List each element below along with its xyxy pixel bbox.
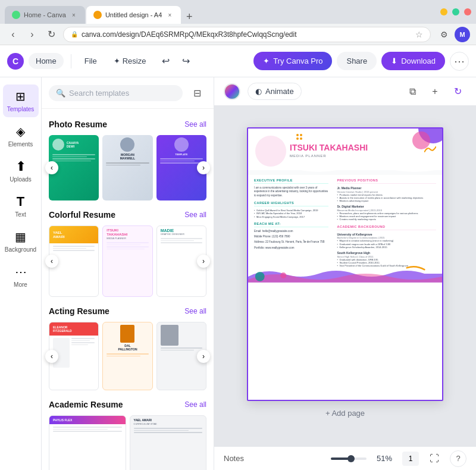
extensions-btn[interactable]: ⚙ [436,26,452,43]
try-pro-button[interactable]: ✦ Try Canva Pro [253,52,332,70]
templates-icon: ⊞ [14,89,28,104]
add-element-button[interactable]: + [426,83,444,101]
svg-point-5 [296,137,299,140]
section-title-photo-resume: Photo Resume [49,120,107,129]
template-card-itsuki[interactable]: ITSUKI TAKAHASHI MEDIA PLANNER [102,225,152,297]
download-button[interactable]: ⬇ Download [381,52,445,70]
filter-button[interactable]: ⊟ [187,83,206,102]
nav-refresh[interactable]: ↻ [44,27,58,42]
left-sidebar: ⊞ Templates ◈ Elements ⬆ Uploads T Text … [0,77,42,470]
template-card-morgan[interactable]: MORGAN MAXWELL [102,135,152,200]
section-academic-resume: Academic Resume See all PHYLIS FLEX [49,400,206,470]
copy-button[interactable]: ⧉ [403,83,421,101]
sidebar-item-text[interactable]: T Text [3,190,39,223]
sidebar-item-elements[interactable]: ◈ Elements [3,120,39,152]
window-minimize[interactable] [440,8,447,15]
canvas-toolbar: ◐ Animate ⧉ + ↻ [214,77,476,106]
page-number[interactable]: 1 [402,452,419,466]
carousel-next-acting[interactable]: › [197,350,210,363]
zoom-track[interactable] [331,458,367,460]
template-card-yael2[interactable]: Yael Amari CURRICULUM VITAE [130,415,207,470]
window-maximize[interactable] [452,8,459,15]
canvas-page[interactable]: ITSUKI TAKAHASHI MEDIA PLANNER [247,127,443,401]
sidebar-label-more: More [14,281,27,288]
undo-button[interactable]: ↩ [156,52,174,70]
lock-icon: 🔒 [71,31,78,37]
sidebar-label-text: Text [15,211,26,218]
svg-point-3 [296,134,299,136]
carousel-prev-colorful[interactable]: ‹ [45,255,58,268]
sidebar-label-templates: Templates [7,106,35,112]
sidebar-item-uploads[interactable]: ⬆ Uploads [3,155,39,187]
url-text: canva.com/design/DAEq6SRMRpQ/MEkqxR3t8hp… [82,30,297,39]
more-options-button[interactable]: ⋯ [450,52,469,71]
see-all-acting[interactable]: See all [184,307,206,315]
see-all-photo-resume[interactable]: See all [184,120,206,129]
sidebar-item-templates[interactable]: ⊞ Templates [3,84,39,117]
text-icon: T [14,195,28,209]
file-button[interactable]: File [79,53,103,69]
academic-title: ACADEMIC BACKGROUND [337,225,436,230]
animate-button[interactable]: ◐ Animate [248,83,302,100]
exec-profile-title: EXECUTIVE PROFILE [254,178,328,184]
career-highlights-title: CAREER HIGHLIGHTS [254,201,328,206]
see-all-academic[interactable]: See all [184,400,206,409]
add-page-bar[interactable]: + Add page [247,401,443,425]
svg-point-8 [280,272,286,278]
fullscreen-button[interactable]: ⛶ [426,450,443,467]
star-icon[interactable]: ☆ [415,30,423,39]
carousel-prev-photo[interactable]: ‹ [45,161,58,174]
bottom-bar: Notes 51% 1 ⛶ ? [214,446,476,470]
main-content: ⊞ Templates ◈ Elements ⬆ Uploads T Text … [0,77,476,470]
sidebar-item-background[interactable]: ▦ Background [3,225,39,258]
carousel-next-colorful[interactable]: › [197,255,210,268]
redo-button[interactable]: ↪ [177,52,195,70]
elements-icon: ◈ [14,124,28,139]
carousel-prev-acting[interactable]: ‹ [45,350,58,363]
sidebar-item-more[interactable]: ⋯ More [3,260,39,293]
zoom-thumb[interactable] [347,455,355,462]
tab-design[interactable]: Untitled design - A4 × [86,6,181,24]
reach-me-title: REACH ME AT: [254,222,328,227]
uploads-icon: ⬆ [14,159,28,174]
panel-content: Photo Resume See all ‹ CAHAYA D [42,109,214,470]
search-input[interactable] [69,89,176,98]
section-title-academic: Academic Resume [49,400,123,409]
help-button[interactable]: ? [450,450,466,467]
zoom-percent[interactable]: 51% [374,454,395,463]
section-acting-resume: Acting Resume See all ‹ Eleanor Fitzgera… [49,306,206,390]
top-toolbar: C Home File ✦ Resize ↩ ↪ ✦ Try Canva Pro… [0,45,476,77]
new-tab-button[interactable]: + [182,10,196,24]
search-box[interactable]: 🔍 [49,85,183,101]
panel-search-area: 🔍 ⊟ [42,77,214,109]
canvas-scroll[interactable]: ITSUKI TAKAHASHI MEDIA PLANNER [214,106,476,446]
home-button[interactable]: Home [29,53,64,69]
carousel-next-photo[interactable]: › [197,161,210,174]
tab-close-home[interactable]: × [70,11,78,19]
share-button[interactable]: Share [337,52,377,70]
see-all-colorful[interactable]: See all [184,211,206,219]
resume-name: ITSUKI TAKAHASHI [290,143,368,152]
sidebar-label-background: Background [5,246,36,253]
nav-forward[interactable]: › [25,27,39,42]
url-bar[interactable]: 🔒 canva.com/design/DAEq6SRMRpQ/MEkqxR3t8… [63,27,431,42]
section-title-colorful: Colorful Resume [49,210,115,220]
background-icon: ▦ [14,230,28,244]
prev-positions-title: PREVIOUS POSITIONS [337,178,436,184]
profile-avatar[interactable]: M [455,27,470,42]
zoom-controls [331,458,367,460]
window-close[interactable] [464,8,471,15]
notes-button[interactable]: Notes [224,454,244,463]
rotate-button[interactable]: ↻ [449,83,466,101]
color-palette-button[interactable] [224,83,240,100]
canva-logo[interactable]: C [7,53,24,70]
template-card-dal[interactable]: DAL PALLINGTON [102,322,152,390]
resize-button[interactable]: ✦ Resize [108,53,152,69]
tab-home[interactable]: Home - Canva × [5,6,85,24]
svg-point-4 [300,134,302,136]
template-card-phylis[interactable]: PHYLIS FLEX [49,415,126,470]
nav-back[interactable]: ‹ [6,27,20,42]
svg-point-7 [255,272,265,281]
section-photo-resume: Photo Resume See all ‹ CAHAYA D [49,120,206,200]
tab-close-design[interactable]: × [165,11,174,19]
